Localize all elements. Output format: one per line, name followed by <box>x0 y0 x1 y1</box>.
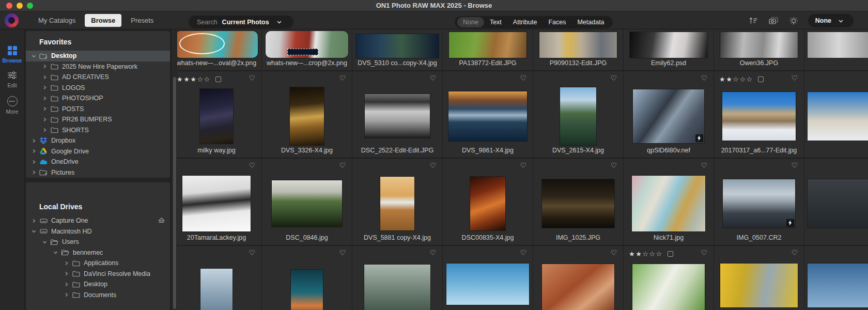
filter-faces[interactable]: Faces <box>542 17 571 27</box>
favorite-heart-icon[interactable]: ♡ <box>701 74 707 82</box>
favorite-heart-icon[interactable]: ♡ <box>429 162 436 169</box>
photo-thumbnail[interactable] <box>720 32 798 58</box>
favorite-heart-icon[interactable]: ♡ <box>610 249 617 256</box>
search-scope-dropdown[interactable]: Current Photos <box>222 19 269 26</box>
chevron-right-icon[interactable] <box>63 292 70 297</box>
filter-metadata[interactable]: Metadata <box>571 17 610 27</box>
chevron-right-icon[interactable] <box>41 117 48 122</box>
chevron-down-icon[interactable] <box>30 54 37 58</box>
chevron-right-icon[interactable] <box>63 282 70 287</box>
photo-thumbnail[interactable] <box>542 179 614 228</box>
local-drives-item-desktop[interactable]: Desktop <box>26 279 170 290</box>
photo-cell[interactable]: Emily62.psd <box>624 29 714 70</box>
photo-cell[interactable]: ♡DVS_9861-X4.jpg <box>443 71 533 158</box>
tab-browse[interactable]: Browse <box>85 14 121 27</box>
local-drives-item-capture-one[interactable]: Capture One <box>26 215 170 226</box>
minimize-button[interactable] <box>17 3 23 9</box>
photo-cell[interactable]: ♡DVS_5881 copy-X4.jpg <box>352 159 443 245</box>
favorite-heart-icon[interactable]: ♡ <box>339 74 346 82</box>
photo-thumbnail[interactable] <box>364 265 430 310</box>
photo-cell[interactable]: ★★☆☆☆♡ <box>624 246 714 310</box>
filter-attribute[interactable]: Attribute <box>507 17 543 27</box>
photo-cell[interactable]: ♡ <box>714 246 804 310</box>
photo-cell[interactable]: ♡DSC_2522-Edit-Edit.JPG <box>352 71 443 158</box>
local-drives-item-applications[interactable]: Applications <box>26 258 170 269</box>
chevron-down-icon[interactable] <box>41 240 48 244</box>
photo-cell[interactable]: ♡qpSlD6l80v.nef <box>624 71 714 158</box>
eject-icon[interactable] <box>158 218 165 225</box>
photo-cell[interactable]: ♡Nick71.jpg <box>624 159 714 245</box>
chevron-right-icon[interactable] <box>30 149 37 153</box>
rail-item-more[interactable]: •••More <box>6 96 19 115</box>
chevron-down-icon[interactable] <box>52 250 59 255</box>
photo-cell[interactable]: P9090132-Edit.JPG <box>533 29 624 70</box>
favorite-heart-icon[interactable]: ♡ <box>429 249 436 256</box>
grid-scrollbar[interactable] <box>172 29 177 310</box>
photo-cell[interactable]: ♡IMG_1025.JPG <box>533 159 624 245</box>
favorites-item-ad-creatives[interactable]: AD CREATIVES <box>26 72 170 83</box>
chevron-right-icon[interactable] <box>30 138 37 143</box>
favorite-heart-icon[interactable]: ♡ <box>791 162 798 169</box>
grid-scrollbar-thumb[interactable] <box>173 77 176 309</box>
filter-text[interactable]: Text <box>484 17 507 27</box>
favorites-item-shorts[interactable]: SHORTS <box>26 125 170 136</box>
photo-thumbnail[interactable] <box>175 31 258 58</box>
photo-cell[interactable]: ♡20TamaraLackey.jpg <box>172 159 262 245</box>
photo-thumbnail[interactable] <box>808 32 868 58</box>
label-checkbox[interactable] <box>668 251 673 257</box>
favorite-heart-icon[interactable]: ♡ <box>429 74 436 82</box>
photo-cell[interactable] <box>804 246 868 310</box>
photo-thumbnail[interactable] <box>449 32 526 58</box>
photo-thumbnail[interactable] <box>266 31 348 58</box>
photo-thumbnail[interactable] <box>182 176 251 231</box>
local-drives-item-users[interactable]: Users <box>26 237 170 247</box>
chevron-right-icon[interactable] <box>30 219 37 223</box>
lightbulb-icon[interactable] <box>788 15 799 26</box>
favorite-heart-icon[interactable]: ♡ <box>701 162 707 169</box>
photo-thumbnail[interactable] <box>365 94 430 138</box>
photo-cell[interactable]: ♡ <box>443 246 533 310</box>
photo-thumbnail[interactable] <box>722 92 796 141</box>
favorite-heart-icon[interactable]: ♡ <box>791 249 798 256</box>
photo-cell[interactable]: ★★☆☆☆♡20170317_a6...77-Edit.jpg <box>714 71 804 158</box>
photo-cell[interactable]: ♡ <box>352 246 443 310</box>
photo-thumbnail[interactable] <box>632 176 705 231</box>
photo-cell[interactable] <box>804 159 868 245</box>
tab-presets[interactable]: Presets <box>125 14 160 27</box>
chevron-down-icon[interactable] <box>30 229 37 234</box>
photo-cell[interactable]: ♡DVS_2615-X4.jpg <box>533 71 624 158</box>
photo-thumbnail[interactable] <box>446 264 529 305</box>
zoom-button[interactable] <box>27 3 33 9</box>
chevron-right-icon[interactable] <box>41 128 48 132</box>
local-drives-item-macintosh-hd[interactable]: Macintosh HD <box>26 226 170 237</box>
view-settings-icon[interactable] <box>768 15 779 26</box>
photo-thumbnail[interactable] <box>542 264 614 310</box>
photo-cell[interactable]: ♡DVS_3326-X4.jpg <box>262 71 352 158</box>
photo-thumbnail[interactable] <box>632 264 705 310</box>
chevron-right-icon[interactable] <box>63 271 70 276</box>
favorites-item-pictures[interactable]: Pictures <box>26 167 170 178</box>
favorites-item-desktop[interactable]: Desktop <box>26 51 170 61</box>
photo-cell[interactable]: whats-new-–...oval@2x.png <box>172 29 262 70</box>
photo-cell[interactable]: ♡IMG_0507.CR2 <box>714 159 804 245</box>
photo-cell[interactable] <box>804 29 868 70</box>
favorite-heart-icon[interactable]: ♡ <box>249 162 255 169</box>
photo-thumbnail[interactable] <box>720 264 798 307</box>
photo-thumbnail[interactable] <box>290 87 324 145</box>
photo-thumbnail[interactable] <box>448 91 527 141</box>
photo-cell[interactable]: ♡ <box>172 246 262 310</box>
favorites-item-photoshop[interactable]: PHOTOSHOP <box>26 93 170 104</box>
photo-cell[interactable]: ♡DSC_0846.jpg <box>262 159 352 245</box>
favorite-heart-icon[interactable]: ♡ <box>339 162 346 169</box>
photo-thumbnail[interactable] <box>356 34 439 58</box>
chevron-right-icon[interactable] <box>30 160 37 164</box>
favorites-item-google-drive[interactable]: Google Drive <box>26 146 170 157</box>
chevron-right-icon[interactable] <box>30 170 37 175</box>
local-drives-item-bennemec[interactable]: bennemec <box>26 247 170 258</box>
photo-thumbnail[interactable] <box>200 269 233 310</box>
sort-icon[interactable] <box>748 15 759 26</box>
favorites-item-posts[interactable]: POSTS <box>26 104 170 115</box>
photo-thumbnail[interactable] <box>630 32 707 58</box>
favorite-heart-icon[interactable]: ♡ <box>610 74 617 82</box>
favorite-heart-icon[interactable]: ♡ <box>520 74 526 82</box>
